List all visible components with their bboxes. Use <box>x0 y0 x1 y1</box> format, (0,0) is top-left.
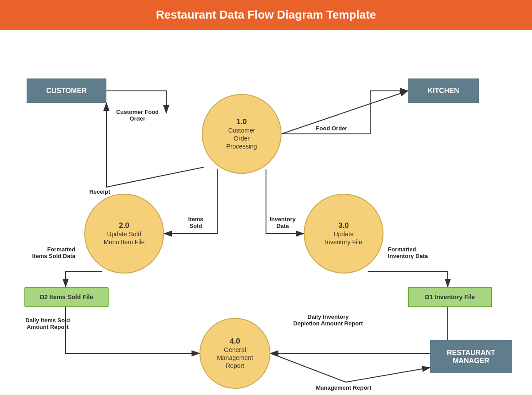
flow-label-formatted-items: Formatted Items Sold Data <box>18 246 75 259</box>
entity-customer: CUSTOMER <box>27 78 106 103</box>
flow-label-items-sold: Items Sold <box>179 216 212 229</box>
datastore-d2: D2 Items Sold File <box>24 287 109 307</box>
process-1: 1.0 Customer Order Processing <box>202 94 282 174</box>
flow-label-daily-items-sold: Daily Items Sold Amount Report <box>13 317 82 330</box>
flow-label-customer-food-order: Customer Food Order <box>111 109 164 122</box>
flow-label-daily-inventory-depletion: Daily Inventory Depletion Amount Report <box>284 313 372 327</box>
flow-label-management-report: Management Report <box>301 384 386 391</box>
flow-label-receipt: Receipt <box>82 188 117 195</box>
process-4: 4.0 General Management Report <box>200 318 270 389</box>
diagram-area: CUSTOMER KITCHEN RESTAURANT MANAGER 1.0 … <box>0 30 532 395</box>
flow-label-inventory-data: Inventory Data <box>264 216 301 229</box>
entity-kitchen: KITCHEN <box>408 78 479 103</box>
process-2: 2.0 Update Sold Menu Item File <box>84 194 164 274</box>
page-title: Restaurant Data Flow Diagram Template <box>0 8 532 22</box>
flow-label-formatted-inventory: Formatted Inventory Data <box>388 246 450 259</box>
process-3: 3.0 Update Inventory File <box>304 194 383 274</box>
entity-restaurant-manager: RESTAURANT MANAGER <box>430 340 512 373</box>
flow-label-food-order: Food Order <box>309 125 354 132</box>
datastore-d1: D1 Inventory File <box>408 287 492 307</box>
page-header: Restaurant Data Flow Diagram Template <box>0 0 532 30</box>
